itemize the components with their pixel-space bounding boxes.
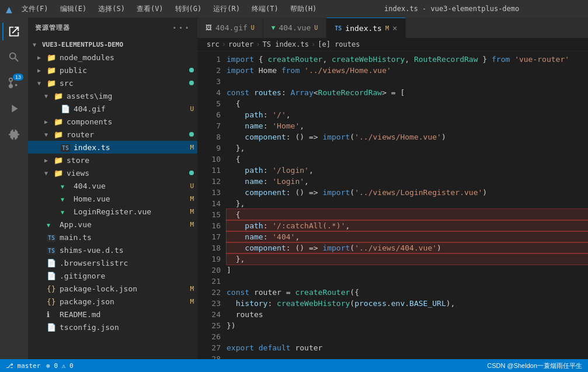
- line-number: 8: [197, 131, 221, 142]
- sidebar-item-label: App.vue: [60, 220, 190, 229]
- line-number: 6: [197, 109, 221, 120]
- sidebar-item-label: .gitignore: [60, 272, 197, 280]
- sidebar-item-label: README.md: [60, 310, 197, 319]
- sidebar-item-indexts[interactable]: TSindex.tsM: [28, 141, 197, 154]
- sidebar-header: 资源管理器 ···: [28, 18, 197, 38]
- code-line: export default router: [227, 342, 588, 353]
- code-line: import Home from '../views/Home.vue': [227, 65, 588, 76]
- badge-label: M: [190, 285, 194, 293]
- sidebar-item-maints[interactable]: TSmain.ts: [28, 231, 197, 244]
- sidebar-item-label: components: [67, 117, 197, 126]
- explorer-activity-icon[interactable]: [2, 20, 26, 43]
- source-control-activity-icon[interactable]: 13: [2, 71, 26, 95]
- line-number: 27: [197, 342, 221, 353]
- menu-item[interactable]: 选择(S): [93, 3, 130, 15]
- breadcrumb-part-3: ›: [256, 40, 260, 48]
- file-icon: ℹ: [47, 310, 57, 319]
- sidebar-item-label: views: [67, 169, 189, 178]
- tab-type-icon: ▼: [272, 24, 276, 32]
- tab-modified: M: [385, 25, 389, 32]
- sidebar-item-label: public: [60, 66, 189, 75]
- sidebar-item-appvue[interactable]: ▼App.vueM: [28, 218, 197, 231]
- sidebar: 资源管理器 ··· ▼ VUE3-ELEMENTPLUS-DEMO ▶📁node…: [28, 18, 197, 359]
- line-number: 28: [197, 353, 221, 359]
- editor-content[interactable]: 1234567891011121314151617181920212223242…: [197, 51, 588, 359]
- sidebar-item-browserslistrc[interactable]: 📄.browserslistrc: [28, 256, 197, 269]
- sidebar-item-label: store: [67, 156, 197, 165]
- sidebar-item-shimsvuets[interactable]: TSshims-vue.d.ts: [28, 244, 197, 256]
- file-icon: 📁: [47, 79, 57, 88]
- root-folder-label: VUE3-ELEMENTPLUS-DEMO: [42, 41, 123, 48]
- sidebar-item-homevue[interactable]: ▼Home.vueM: [28, 192, 197, 205]
- sidebar-menu-button[interactable]: ···: [172, 22, 190, 33]
- line-number: 16: [197, 220, 221, 231]
- sidebar-item-node_modules[interactable]: ▶📁node_modules: [28, 51, 197, 64]
- git-branch: ⎇ master: [6, 362, 40, 370]
- code-line: path: '/',: [227, 109, 588, 120]
- line-number: 25: [197, 320, 221, 331]
- sidebar-item-router[interactable]: ▼📁router: [28, 128, 197, 141]
- line-number: 18: [197, 242, 221, 253]
- line-number: 4: [197, 87, 221, 98]
- menu-item[interactable]: 编辑(E): [55, 3, 92, 15]
- menu-item[interactable]: 帮助(H): [286, 3, 322, 15]
- breadcrumb-part-1: ›: [222, 40, 226, 48]
- tab-404gif[interactable]: 🖼 404.gif U: [197, 18, 263, 38]
- tab-close-button[interactable]: ×: [392, 23, 397, 33]
- tab-indexts[interactable]: TS index.ts M ×: [326, 18, 406, 38]
- run-activity-icon[interactable]: [2, 97, 26, 120]
- tab-type-icon: 🖼: [206, 24, 212, 32]
- sidebar-item-gitignore[interactable]: 📄.gitignore: [28, 269, 197, 282]
- menu-item[interactable]: 文件(F): [17, 3, 53, 15]
- file-icon: ▼: [47, 220, 57, 229]
- menu-item[interactable]: 终端(T): [247, 3, 283, 15]
- sidebar-item-loginregistervue[interactable]: ▼LoginRegister.vueM: [28, 205, 197, 218]
- errors: ⊗ 0 ⚠ 0: [46, 362, 73, 370]
- file-icon: TS: [47, 233, 57, 242]
- menu-item[interactable]: 转到(G): [171, 3, 207, 15]
- menu-item[interactable]: 运行(R): [208, 3, 245, 15]
- badge-label: M: [190, 144, 194, 151]
- code-line: [227, 76, 588, 87]
- code-line: name: 'Home',: [227, 120, 588, 131]
- sidebar-item-label: node_modules: [60, 53, 197, 62]
- window-title: index.ts - vue3-elementplus-demo: [321, 5, 582, 13]
- code-body[interactable]: import { createRouter, createWebHistory,…: [227, 51, 588, 359]
- search-activity-icon[interactable]: [2, 46, 26, 69]
- sidebar-item-views[interactable]: ▼📁views: [28, 166, 197, 179]
- code-line: },: [227, 142, 588, 154]
- sidebar-item-label: Home.vue: [74, 194, 190, 203]
- sidebar-item-label: main.ts: [60, 233, 197, 242]
- file-icon: ▼: [61, 194, 71, 203]
- badge-label: U: [190, 182, 194, 190]
- menu-item[interactable]: 查看(V): [132, 3, 168, 15]
- sidebar-item-src[interactable]: ▼📁src: [28, 77, 197, 89]
- breadcrumb-part-0: src: [207, 40, 220, 48]
- sidebar-item-public[interactable]: ▶📁public: [28, 64, 197, 77]
- sidebar-item-label: LoginRegister.vue: [74, 207, 190, 216]
- tab-404vue[interactable]: ▼ 404.vue U: [263, 18, 326, 38]
- sidebar-item-packagelockjson[interactable]: {}package-lock.jsonM: [28, 282, 197, 295]
- sidebar-item-tsconfigjson[interactable]: 📄tsconfig.json: [28, 321, 197, 333]
- sidebar-item-packagejson[interactable]: {}package.jsonM: [28, 295, 197, 308]
- code-line: routes: [227, 309, 588, 320]
- editor-area: 🖼 404.gif U ▼ 404.vue U TS index.ts M × …: [197, 18, 588, 359]
- sidebar-item-label: tsconfig.json: [60, 323, 197, 332]
- badge-label: M: [190, 298, 194, 305]
- file-icon: 📁: [54, 130, 64, 139]
- sidebar-item-label: 404.vue: [74, 182, 190, 190]
- sidebar-item-readmemd[interactable]: ℹREADME.md: [28, 308, 197, 321]
- sidebar-item-components[interactable]: ▶📁components: [28, 115, 197, 128]
- extensions-activity-icon[interactable]: [2, 123, 26, 146]
- file-icon: 📄: [47, 259, 57, 267]
- sidebar-root-folder[interactable]: ▼ VUE3-ELEMENTPLUS-DEMO: [28, 38, 197, 51]
- arrow-icon: ▼: [44, 131, 54, 138]
- line-number: 13: [197, 187, 221, 198]
- line-number: 12: [197, 176, 221, 187]
- sidebar-item-store[interactable]: ▶📁store: [28, 154, 197, 166]
- sidebar-item-404gif[interactable]: 📄404.gifU: [28, 102, 197, 115]
- sidebar-item-assets-img[interactable]: ▼📁assets\img: [28, 89, 197, 102]
- badge-label: M: [190, 195, 194, 203]
- arrow-icon: ▶: [37, 54, 47, 61]
- sidebar-item-404vue[interactable]: ▼404.vueU: [28, 179, 197, 192]
